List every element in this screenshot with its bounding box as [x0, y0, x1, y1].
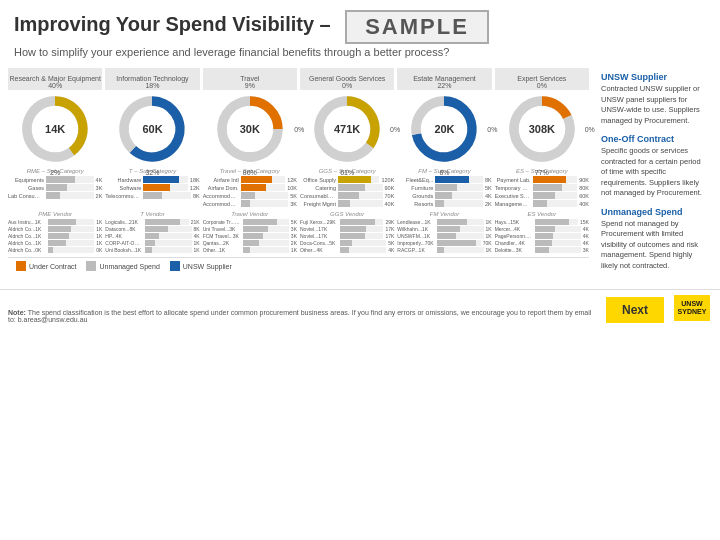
bar-fill-4-2 — [435, 192, 452, 199]
donut-value-1: 60K — [142, 123, 162, 135]
vendor-bar-fill-2-3 — [243, 240, 259, 246]
vendor-value-5-0: 15K — [580, 219, 589, 225]
sidebar-block-title-0: UNSW Supplier — [601, 72, 708, 82]
legend-label-1: Unmanaged Spend — [99, 263, 159, 270]
vendor-row-5-0: Hays...15K15K — [495, 219, 589, 225]
bar-track-5-3 — [533, 200, 578, 207]
bar-value-0-2: 2K — [96, 193, 103, 199]
vendor-bar-fill-0-0 — [48, 219, 76, 225]
unsw-logo-text: UNSWSYDNEY — [674, 295, 710, 321]
vendor-bar-fill-1-3 — [145, 240, 154, 246]
sidebar-block-2: Unmanaged SpendSpend not managed by Proc… — [601, 207, 708, 272]
vendor-bar-fill-5-3 — [535, 240, 553, 246]
subcat-bar-row-1-0: Hardware18K — [105, 176, 199, 183]
vendor-value-4-3: 70K — [483, 240, 492, 246]
vendor-bar-track-3-3 — [340, 240, 386, 246]
bar-fill-5-0 — [533, 176, 566, 183]
subcat-section: RME – Sub-CategoryEquipments4KGases3KLab… — [8, 168, 589, 208]
vendor-label-3-2: Novtel...17K — [300, 233, 340, 239]
bar-fill-4-1 — [435, 184, 456, 191]
donut-col-4: 20K22%6%0% — [397, 94, 491, 164]
vendor-value-1-1: 8K — [194, 226, 200, 232]
vendor-value-5-4: 3K — [583, 247, 589, 253]
legend-label-0: Under Contract — [29, 263, 76, 270]
vendor-bar-fill-2-1 — [243, 226, 268, 232]
legend-item-0: Under Contract — [16, 261, 76, 271]
vendor-row-0-4: Aldrich Co...0K0K — [8, 247, 102, 253]
donut-pct-bottom-2: 86% — [243, 169, 257, 176]
vendor-bar-fill-2-0 — [243, 219, 278, 225]
vendor-label-0-3: Aldrich Co...1K — [8, 240, 48, 246]
bar-label-0-1: Gases — [8, 185, 46, 191]
vendor-header-4: FM Vendor — [397, 211, 491, 217]
bar-value-5-2: 60K — [579, 193, 589, 199]
bar-track-4-2 — [435, 192, 483, 199]
vendor-value-3-1: 17K — [385, 226, 394, 232]
vendor-label-4-2: UNSWFM...1K — [397, 233, 437, 239]
next-button[interactable]: Next — [606, 297, 664, 323]
vendor-row-5-3: Chandler...4K4K — [495, 240, 589, 246]
donut-pct-bottom-0: 2% — [50, 169, 60, 176]
vendor-row-3-0: Fuji Xerox...29K29K — [300, 219, 394, 225]
donut-pct-bottom-1: 32% — [145, 169, 159, 176]
page-subtitle: How to simplify your experience and leve… — [14, 46, 706, 58]
vendor-bar-track-2-2 — [243, 233, 289, 239]
vendor-bar-fill-3-1 — [340, 226, 366, 232]
vendor-bar-track-3-4 — [340, 247, 386, 253]
bar-track-4-1 — [435, 184, 483, 191]
bar-track-0-0 — [46, 176, 94, 183]
bar-value-1-1: 12K — [190, 185, 200, 191]
vendor-label-5-3: Chandler...4K — [495, 240, 535, 246]
bar-value-3-3: 40K — [385, 201, 395, 207]
donut-pct-left-3: 0% — [294, 126, 304, 133]
vendor-bar-fill-3-4 — [340, 247, 349, 253]
vendor-row-0-1: Aldrich Co...1K1K — [8, 226, 102, 232]
bar-track-5-2 — [533, 192, 578, 199]
page-title: Improving Your Spend Visibility – — [14, 13, 331, 35]
bar-value-3-2: 70K — [385, 193, 395, 199]
donut-pct-right-4: 0% — [487, 126, 497, 133]
vendor-row-3-1: Novtel...17K17K — [300, 226, 394, 232]
bar-fill-3-1 — [338, 184, 365, 191]
vendor-label-4-1: Wilkhahn...1K — [397, 226, 437, 232]
vendor-value-4-4: 1K — [486, 247, 492, 253]
subcat-bar-row-3-3: Freight Mgmt40K — [300, 200, 394, 207]
bar-fill-3-2 — [338, 192, 359, 199]
vendor-bar-track-4-3 — [437, 240, 480, 246]
bar-label-1-1: Software — [105, 185, 143, 191]
vendor-label-2-4: Other...1K — [203, 247, 243, 253]
vendor-value-2-2: 3K — [291, 233, 297, 239]
bar-track-1-1 — [143, 184, 188, 191]
bar-track-1-0 — [143, 176, 188, 183]
vendor-header-3: GGS Vendor — [300, 211, 394, 217]
bar-label-2-1: Airfare Dom. — [203, 185, 241, 191]
donut-col-1: 60K18%32% — [105, 94, 199, 164]
vendor-bar-fill-5-0 — [535, 219, 570, 225]
bar-label-1-2: Telecommuni... — [105, 193, 143, 199]
bar-track-4-0 — [435, 176, 483, 183]
donut-pct-bottom-4: 6% — [439, 169, 449, 176]
vendor-col-3: GGS VendorFuji Xerox...29K29KNovtel...17… — [300, 211, 394, 254]
vendor-bar-fill-1-2 — [145, 233, 159, 239]
vendor-label-3-1: Novtel...17K — [300, 226, 340, 232]
bar-fill-2-0 — [241, 176, 272, 183]
vendor-label-5-1: Mercer...4K — [495, 226, 535, 232]
header: Improving Your Spend Visibility – SAMPLE… — [0, 0, 720, 62]
vendor-bar-track-2-1 — [243, 226, 289, 232]
subcat-bar-row-0-2: Lab Consuma...2K — [8, 192, 102, 199]
vendor-label-5-0: Hays...15K — [495, 219, 535, 225]
subcat-bar-row-4-1: Furniture5K — [397, 184, 491, 191]
vendor-row-3-3: Doca-Cons...5K5K — [300, 240, 394, 246]
bar-label-4-3: Resorts — [397, 201, 435, 207]
vendor-bar-track-5-1 — [535, 226, 581, 232]
bar-label-3-0: Office Supply — [300, 177, 338, 183]
vendor-row-2-2: FCM Travel...3K3K — [203, 233, 297, 239]
bar-value-4-1: 5K — [485, 185, 492, 191]
bar-value-2-1: 10K — [287, 185, 297, 191]
vendor-bar-track-0-1 — [48, 226, 94, 232]
bar-track-3-2 — [338, 192, 383, 199]
vendor-row-1-3: CORP-AIT-OM...1K1K — [105, 240, 199, 246]
vendor-value-3-3: 5K — [388, 240, 394, 246]
vendor-bar-fill-2-2 — [243, 233, 264, 239]
bar-label-3-2: Consumable C — [300, 193, 338, 199]
